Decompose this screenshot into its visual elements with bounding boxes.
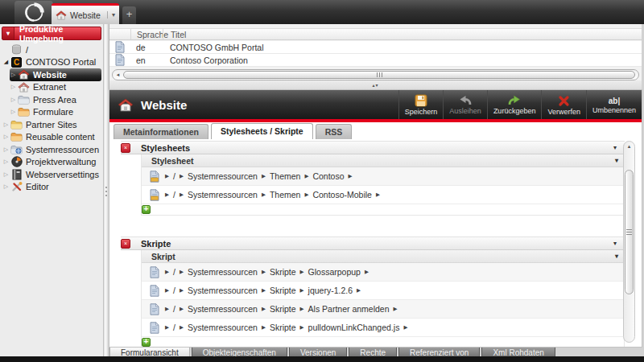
tree-item-press-area[interactable]: ▷Press Area: [0, 93, 103, 106]
tab-stylesheets-skripte[interactable]: Stylesheets / Skripte: [211, 123, 313, 139]
expand-caret-icon[interactable]: ▷: [10, 109, 17, 115]
expand-caret-icon[interactable]: ▷: [2, 171, 10, 178]
sidebar-splitter[interactable]: [103, 24, 109, 356]
tree-item-root[interactable]: /: [0, 43, 103, 56]
tree-item-label: Projektverwaltung: [26, 157, 96, 167]
horizontal-scrollbar[interactable]: ◂: [112, 69, 639, 80]
expand-caret-icon[interactable]: ▷: [10, 72, 17, 78]
scroll-up-arrow-icon[interactable]: ▴: [624, 142, 634, 151]
breadcrumb-link[interactable]: Contoso: [312, 171, 344, 181]
tree-item-systemressourcen[interactable]: ▷Systemressourcen: [0, 143, 103, 156]
tree-item-partner-sites[interactable]: ▷Partner Sites: [0, 118, 103, 131]
breadcrumb-arrow-icon: ▶: [300, 287, 304, 294]
zur-ckgeben-button[interactable]: Zurückgeben: [487, 90, 542, 119]
tab-dropdown-icon[interactable]: ▾: [107, 11, 115, 19]
add-row: +: [142, 204, 624, 215]
tab-website[interactable]: Website ▾: [52, 3, 119, 24]
collapse-caret-icon[interactable]: ◢: [2, 59, 10, 65]
chevron-down-icon[interactable]: ▾: [2, 27, 14, 39]
language-row-de[interactable]: deCONTOSO GmbH Portal: [109, 41, 642, 54]
breadcrumb-arrow-icon: ▶: [357, 287, 361, 294]
collapse-field-icon[interactable]: ▾: [615, 157, 618, 164]
collapse-section-icon[interactable]: ▾: [613, 144, 617, 151]
breadcrumb-link[interactable]: Systemressourcen: [188, 286, 258, 295]
expand-caret-icon[interactable]: ▷: [10, 84, 17, 90]
column-titel[interactable]: Titel: [163, 29, 642, 39]
language-row-en[interactable]: enContoso Corporation: [109, 54, 642, 67]
breadcrumb-link[interactable]: Systemressourcen: [188, 267, 258, 277]
breadcrumb-link[interactable]: Skripte: [270, 323, 296, 332]
field-header[interactable]: Skript▾: [142, 250, 624, 263]
breadcrumb-link[interactable]: Systemressourcen: [188, 323, 258, 332]
breadcrumb-link[interactable]: /: [173, 171, 175, 181]
section-header[interactable]: ×Stylesheets▾: [121, 141, 625, 154]
scroll-left-arrow-icon[interactable]: ◂: [113, 72, 123, 78]
breadcrumb-link[interactable]: Skripte: [270, 267, 296, 277]
breadcrumb-link[interactable]: Themen: [270, 171, 301, 181]
breadcrumb-link[interactable]: Skripte: [270, 286, 296, 295]
breadcrumb-link[interactable]: jquery-1.2.6: [308, 286, 353, 295]
expand-caret-icon[interactable]: ▷: [2, 146, 10, 153]
speichern-button[interactable]: Speichern: [398, 90, 444, 119]
field-header[interactable]: Stylesheet▾: [142, 154, 624, 167]
breadcrumb-link[interactable]: Systemressourcen: [188, 190, 258, 200]
tree-item-label: Formulare: [33, 107, 73, 117]
column-sprache[interactable]: Sprache: [130, 29, 163, 39]
breadcrumb-arrow-icon: ▶: [376, 191, 380, 198]
breadcrumb-link[interactable]: /: [173, 304, 175, 314]
contoso-logo-icon: C: [11, 57, 22, 68]
tree-item-contoso-portal[interactable]: ◢CCONTOSO Portal: [0, 56, 103, 69]
breadcrumb-link[interactable]: /: [173, 190, 175, 200]
panel-splitter[interactable]: ▴▾: [109, 80, 642, 90]
expand-caret-icon[interactable]: ▷: [10, 97, 17, 103]
breadcrumb-link[interactable]: Systemressourcen: [188, 171, 258, 181]
vertical-scroll-thumb[interactable]: [625, 170, 634, 294]
collapse-section-icon[interactable]: ▾: [613, 240, 617, 247]
tree-item-webserversettings[interactable]: ▷Webserversettings: [0, 168, 103, 181]
tree-item-projektverwaltung[interactable]: ▷Projektverwaltung: [0, 156, 103, 169]
css-file-icon: [150, 171, 159, 183]
app-logo[interactable]: [14, 1, 53, 24]
tab-rss[interactable]: RSS: [316, 124, 353, 139]
expand-caret-icon[interactable]: ▷: [2, 183, 10, 190]
tree-item-formulare[interactable]: ▷Formulare: [0, 106, 103, 119]
breadcrumb-arrow-icon: ▶: [180, 191, 184, 198]
tab-metainformationen[interactable]: Metainformationen: [114, 124, 208, 139]
breadcrumb-link[interactable]: Als Partner anmelden: [308, 304, 390, 314]
page-title: Website: [141, 98, 187, 112]
breadcrumb-link[interactable]: /: [173, 323, 175, 332]
horizontal-scroll-thumb[interactable]: [123, 71, 635, 79]
breadcrumb-link[interactable]: Glossarpopup: [308, 267, 361, 277]
tree-item-website[interactable]: ▷Website: [10, 68, 101, 81]
breadcrumb-link[interactable]: /: [173, 286, 175, 295]
breadcrumb-link[interactable]: pulldownLinkChanged.js: [308, 323, 400, 332]
collapse-field-icon[interactable]: ▾: [615, 253, 618, 260]
main-header: Website SpeichernAusleihenZurückgebenVer…: [109, 90, 642, 119]
tree-item-editor[interactable]: ▷Editor: [0, 181, 103, 194]
breadcrumb-link[interactable]: Systemressourcen: [188, 304, 258, 314]
tree-item-reusable-content[interactable]: ▷Reusable content: [0, 131, 103, 144]
expand-caret-icon[interactable]: ▷: [2, 121, 10, 128]
verwerfen-button[interactable]: Verwerfen: [541, 90, 586, 119]
add-stylesheet-button[interactable]: +: [142, 205, 151, 214]
umbenennen-button[interactable]: ab|Umbenennen: [586, 90, 642, 119]
breadcrumb-link[interactable]: Themen: [270, 190, 301, 200]
section-header[interactable]: ×Skripte▾: [121, 237, 625, 250]
vertical-scrollbar[interactable]: ▴: [623, 141, 635, 343]
environment-header[interactable]: ▾ Produktive Umgebung: [2, 27, 101, 40]
resource-row-contoso: ▶/▶Systemressourcen▶Themen▶Contoso▶: [142, 167, 624, 186]
breadcrumb-link[interactable]: Contoso-Mobile: [312, 190, 372, 200]
tree-item-label: Press Area: [33, 95, 76, 105]
breadcrumb-link[interactable]: /: [173, 267, 175, 277]
language-table-body: deCONTOSO GmbH PortalenContoso Corporati…: [109, 41, 642, 67]
breadcrumb-link[interactable]: Skripte: [270, 304, 296, 314]
resource-row-glossarpopup: ▶/▶Systemressourcen▶Skripte▶Glossarpopup…: [142, 263, 624, 282]
expand-caret-icon[interactable]: ▷: [2, 158, 10, 165]
splitter-handle-icon[interactable]: ▴▾: [372, 82, 378, 88]
tree-item-extranet[interactable]: ▷Extranet: [0, 81, 103, 94]
add-skript-button[interactable]: +: [142, 338, 151, 347]
expand-caret-icon[interactable]: ▷: [2, 134, 10, 140]
script-file-icon: [150, 303, 159, 315]
new-tab-button[interactable]: +: [122, 6, 136, 24]
swirl-logo-icon: [24, 2, 44, 23]
